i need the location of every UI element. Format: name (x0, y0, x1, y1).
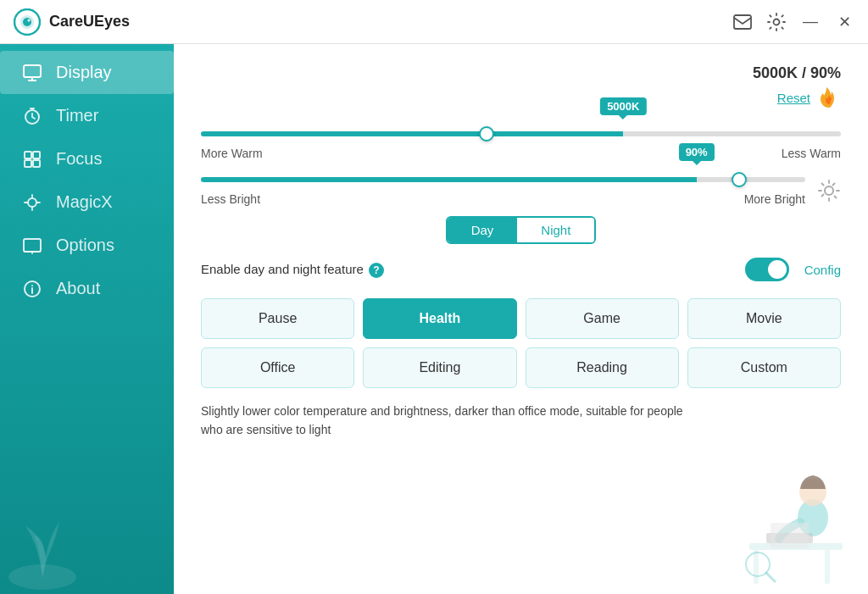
app-logo (14, 8, 41, 36)
sidebar-item-options[interactable]: Options (0, 224, 174, 267)
enable-feature-label: Enable day and night feature ? (201, 262, 737, 278)
sidebar-label-timer: Timer (56, 106, 98, 125)
svg-rect-11 (33, 160, 40, 167)
day-night-toggle[interactable]: Day Night (446, 216, 597, 244)
brightness-slider-wrapper: 90% (201, 170, 805, 186)
mode-movie[interactable]: Movie (687, 298, 841, 339)
more-warm-label: More Warm (201, 147, 263, 160)
svg-rect-21 (825, 550, 830, 584)
display-icon (20, 64, 44, 82)
mode-reading[interactable]: Reading (526, 347, 679, 388)
sidebar-label-magicx: MagicX (56, 192, 113, 212)
mail-icon[interactable] (732, 12, 753, 32)
svg-point-18 (825, 186, 833, 195)
help-icon[interactable]: ? (369, 263, 384, 278)
svg-point-16 (31, 285, 33, 286)
mode-health[interactable]: Health (363, 298, 516, 339)
svg-point-12 (28, 198, 36, 207)
svg-point-14 (31, 253, 33, 254)
svg-rect-8 (25, 152, 31, 158)
svg-point-17 (8, 564, 76, 590)
svg-rect-13 (24, 239, 41, 252)
config-link[interactable]: Config (804, 263, 841, 277)
svg-rect-20 (754, 550, 759, 584)
svg-point-2 (23, 18, 31, 26)
more-bright-label: More Bright (744, 192, 805, 206)
less-bright-label: Less Bright (201, 192, 260, 206)
svg-rect-9 (33, 152, 40, 158)
options-icon (20, 236, 44, 255)
sidebar-label-about: About (56, 279, 100, 298)
sidebar-decoration (0, 458, 161, 594)
sidebar-item-magicx[interactable]: MagicX (0, 180, 174, 224)
sidebar-item-display[interactable]: Display (0, 51, 174, 94)
mode-custom[interactable]: Custom (687, 347, 841, 388)
magicx-icon (20, 193, 44, 212)
brightness-icon (817, 179, 841, 206)
brightness-tooltip: 90% (679, 143, 715, 161)
temperature-section: 5000K More Warm Less Warm (201, 125, 841, 160)
night-button[interactable]: Night (517, 218, 594, 242)
app-title: CareUEyes (49, 13, 732, 31)
reset-button[interactable]: Reset (777, 91, 810, 105)
sidebar: Display Timer Focus (0, 44, 174, 594)
main-layout: Display Timer Focus (0, 44, 868, 594)
brightness-slider[interactable] (201, 177, 805, 182)
right-decoration (732, 408, 851, 577)
sidebar-item-timer[interactable]: Timer (0, 94, 174, 137)
day-night-toggle-switch[interactable] (745, 258, 789, 281)
temp-slider-wrapper: 5000K (201, 125, 841, 140)
sidebar-label-focus: Focus (56, 149, 102, 169)
brightness-labels: Less Bright More Bright (201, 192, 805, 206)
reset-row: Reset (201, 86, 841, 109)
mode-editing[interactable]: Editing (363, 347, 516, 388)
svg-rect-4 (734, 15, 751, 29)
day-night-row: Day Night (201, 216, 841, 244)
mode-pause[interactable]: Pause (201, 298, 354, 339)
day-button[interactable]: Day (448, 218, 518, 242)
sidebar-label-options: Options (56, 236, 114, 255)
svg-rect-25 (771, 523, 809, 548)
settings-icon[interactable] (766, 12, 787, 32)
focus-icon (20, 150, 44, 169)
mode-office[interactable]: Office (201, 347, 354, 388)
minimize-button[interactable]: — (800, 12, 821, 32)
temp-tooltip: 5000K (600, 97, 646, 115)
brightness-section: 90% Less Bright More Bright (201, 170, 841, 206)
timer-icon (20, 107, 44, 125)
mode-game[interactable]: Game (526, 298, 679, 339)
title-bar: CareUEyes — ✕ (0, 0, 868, 44)
temp-labels: More Warm Less Warm (201, 147, 841, 160)
temperature-slider[interactable] (201, 131, 841, 136)
status-display: 5000K / 90% (201, 64, 841, 82)
content-area: 5000K / 90% Reset 5000K More Warm Less W… (174, 44, 868, 594)
svg-rect-6 (24, 65, 41, 77)
enable-feature-row: Enable day and night feature ? Config (201, 258, 841, 281)
flame-icon (817, 86, 841, 109)
svg-rect-10 (25, 160, 31, 167)
about-icon (20, 280, 44, 298)
svg-point-5 (774, 19, 780, 25)
svg-point-3 (28, 19, 31, 21)
sidebar-label-display: Display (56, 63, 112, 82)
close-button[interactable]: ✕ (834, 12, 854, 32)
modes-grid: Pause Health Game Movie Office Editing R… (201, 298, 841, 388)
temp-brightness-value: 5000K / 90% (753, 64, 841, 81)
mode-description: Slightly lower color temperature and bri… (201, 402, 693, 440)
less-warm-label: Less Warm (782, 147, 841, 160)
title-bar-controls: — ✕ (732, 12, 854, 32)
sidebar-item-focus[interactable]: Focus (0, 137, 174, 180)
sidebar-item-about[interactable]: About (0, 267, 174, 310)
